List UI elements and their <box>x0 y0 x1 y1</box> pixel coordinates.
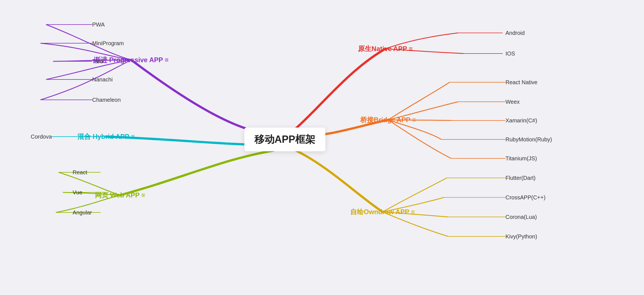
leaf-nanachi: Nanachi <box>92 76 113 83</box>
center-node: 移动APP框架 <box>244 128 325 151</box>
branch-progressive: 渐进 Progressive APP ≡ <box>94 55 168 64</box>
leaf-react: React <box>73 169 87 176</box>
leaf-android: Android <box>505 30 525 36</box>
leaf-weex: Weex <box>505 99 520 105</box>
branch-owndraw: 自绘Owndraw APP ≡ <box>350 207 415 216</box>
leaf-flutter: Flutter(Dart) <box>505 175 536 181</box>
leaf-pwa: PWA <box>92 21 105 28</box>
leaf-react-native: React Native <box>505 79 538 86</box>
leaf-miniprogram: MiniProgram <box>92 40 124 47</box>
leaf-vue: Vue <box>73 189 82 196</box>
branch-web: 网页 Web APP ≡ <box>95 191 145 200</box>
leaf-corona: Corona(Lua) <box>505 214 537 220</box>
leaf-titanium: Titanium(JS) <box>505 155 537 162</box>
leaf-chameleon: Chameleon <box>92 97 121 103</box>
leaf-taro: Taro <box>92 58 103 65</box>
branch-hybrid: 混合 Hybrid APP ≡ <box>77 132 135 141</box>
leaf-crossapp: CrossAPP(C++) <box>505 194 545 201</box>
branch-bridge: 桥接Bridge APP ≡ <box>360 115 416 124</box>
leaf-kivy: Kivy(Python) <box>505 233 537 240</box>
leaf-rubymotion: RubyMotion(Ruby) <box>505 136 552 143</box>
branch-native: 原生Native APP ≡ <box>358 44 412 53</box>
leaf-xamarin: Xamarin(C#) <box>505 117 537 124</box>
leaf-angular: Angular <box>73 209 92 216</box>
mindmap-container: 移动APP框架 渐进 Progressive APP ≡ 混合 Hybrid A… <box>0 0 644 295</box>
leaf-ios: IOS <box>505 50 515 57</box>
leaf-cordova: Cordova <box>31 134 52 140</box>
